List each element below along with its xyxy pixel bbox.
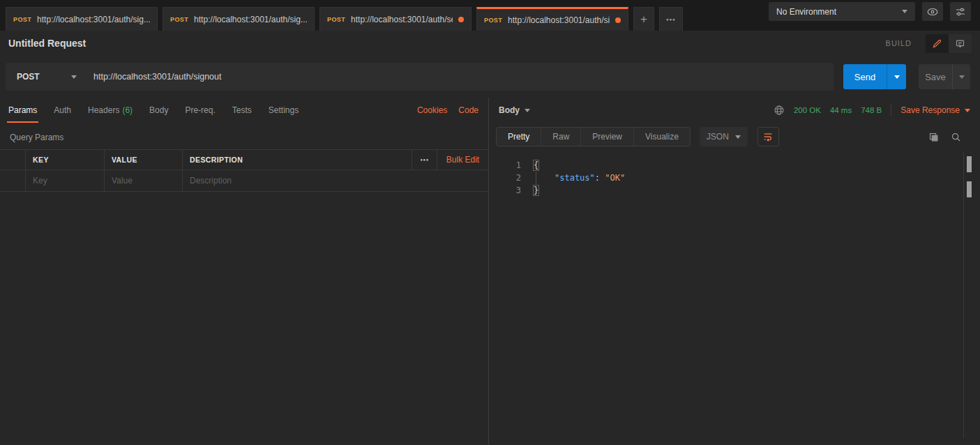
code-link[interactable]: Code [458,105,478,115]
request-tab-4-active[interactable]: POST http://localhost:3001/auth/sig... [476,7,628,31]
code-line: 2 "status": "OK" [489,172,980,184]
bulk-edit-link[interactable]: Bulk Edit [446,155,479,165]
top-bar: POST http://localhost:3001/auth/sig... P… [0,0,980,31]
tab-settings[interactable]: Settings [267,98,300,123]
view-tab-raw[interactable]: Raw [541,128,581,146]
tab-body[interactable]: Body [148,98,169,123]
send-options-button[interactable] [887,64,906,89]
request-section-tabs: Params Auth Headers(6) Body Pre-req. Tes… [0,98,488,123]
chevron-down-icon [902,10,907,13]
more-tabs-button[interactable]: ●●● [659,7,683,31]
view-tab-preview[interactable]: Preview [581,128,634,146]
method-selected-label: POST [17,72,40,82]
param-value-input[interactable] [105,176,182,186]
open-brace-token: { [534,160,538,170]
tab-tests[interactable]: Tests [231,98,253,123]
line-number: 3 [489,184,521,197]
main-split: Params Auth Headers(6) Body Pre-req. Tes… [0,98,980,445]
save-options-button[interactable] [952,64,970,89]
send-button-group: Send [843,64,906,89]
response-size: 748 B [861,106,882,114]
request-tab-1[interactable]: POST http://localhost:3001/auth/sig... [6,7,158,31]
edit-mode-button[interactable] [926,34,949,53]
scroll-annotation-mark[interactable] [967,156,972,172]
param-key-input[interactable] [26,176,104,186]
tab-pre-request[interactable]: Pre-req. [183,98,216,123]
ellipsis-icon: ●●● [420,158,429,163]
address-bar: POST [6,63,834,91]
json-string-token: "OK" [605,173,625,183]
sliders-icon [954,6,967,18]
copy-icon [928,132,939,142]
pencil-icon [932,38,942,49]
query-params-table: KEY VALUE DESCRIPTION ●●● Bulk Edit [0,149,488,192]
url-bar-row: POST Send Save [0,56,980,98]
plus-icon: + [640,13,647,27]
new-tab-button[interactable]: + [633,7,654,31]
comment-icon [955,38,965,49]
scroll-annotation-mark[interactable] [967,181,972,197]
environment-selected-label: No Environment [776,7,836,17]
request-title-row: Untitled Request BUILD [0,31,980,56]
wrap-lines-button[interactable] [757,127,779,146]
tab-method-badge: POST [13,16,31,23]
tab-headers[interactable]: Headers(6) [86,98,134,123]
unsaved-changes-dot [458,17,464,22]
environment-quick-look-button[interactable] [922,2,943,21]
row-select-gutter [0,170,26,191]
response-code-viewer[interactable]: 1 { 2 "status": "OK" 3 } [489,151,980,197]
save-button-group: Save [919,64,970,89]
search-response-button[interactable] [951,132,961,142]
params-menu-button[interactable]: ●●● [412,150,437,169]
view-tab-visualize[interactable]: Visualize [634,128,690,146]
cookies-link[interactable]: Cookies [417,105,447,115]
view-tab-pretty[interactable]: Pretty [497,128,541,146]
tab-url-label: http://localhost:3001/auth/sig... [508,15,610,25]
column-header-value: VALUE [105,156,137,164]
ellipsis-icon: ●●● [666,17,676,22]
query-params-section-title: Query Params [0,123,488,149]
headers-count-badge: (6) [122,105,133,115]
mode-toggle-group [926,34,972,53]
eye-icon [926,6,939,18]
table-header-row: KEY VALUE DESCRIPTION ●●● Bulk Edit [0,150,488,170]
chevron-down-icon [735,135,741,139]
method-selector[interactable]: POST [6,72,85,82]
json-key-token: "status" [555,173,595,183]
json-separator-token: : [595,173,605,183]
response-body-dropdown[interactable]: Body [499,105,530,115]
request-tab-2[interactable]: POST http://localhost:3001/auth/sig... [163,7,315,31]
tab-auth[interactable]: Auth [52,98,73,123]
send-button[interactable]: Send [843,64,887,89]
response-view-tabs: Pretty Raw Preview Visualize [496,127,691,146]
url-input[interactable] [85,72,834,82]
tab-params[interactable]: Params [7,98,38,123]
response-panel: Body 200 OK 44 ms 748 B Save Response [489,98,980,445]
environment-selector[interactable]: No Environment [769,2,915,21]
request-tab-3[interactable]: POST http://localhost:3001/auth/ses... [319,7,472,31]
chevron-down-icon [965,109,970,112]
wrap-text-icon [762,131,774,142]
comment-button[interactable] [949,34,972,53]
indent-guide [536,172,536,184]
tab-method-badge: POST [170,16,188,23]
build-mode-label: BUILD [886,39,912,47]
network-globe-icon[interactable] [774,105,785,116]
save-response-button[interactable]: Save Response [900,105,970,115]
tab-url-label: http://localhost:3001/auth/sig... [194,15,307,24]
chevron-down-icon [71,75,77,79]
save-button[interactable]: Save [919,64,952,89]
response-toolbar: Pretty Raw Preview Visualize JSON [489,123,980,151]
copy-response-button[interactable] [928,132,939,142]
request-title: Untitled Request [8,38,86,49]
search-icon [951,132,961,142]
chevron-down-icon [894,75,900,79]
param-description-input[interactable] [183,176,488,186]
settings-button[interactable] [950,2,971,21]
editor-scroll-track[interactable] [963,152,964,438]
status-badge: 200 OK [794,106,821,114]
close-brace-token: } [534,186,538,195]
column-header-description: DESCRIPTION [183,156,243,164]
format-selector[interactable]: JSON [700,127,748,146]
request-panel: Params Auth Headers(6) Body Pre-req. Tes… [0,98,489,445]
